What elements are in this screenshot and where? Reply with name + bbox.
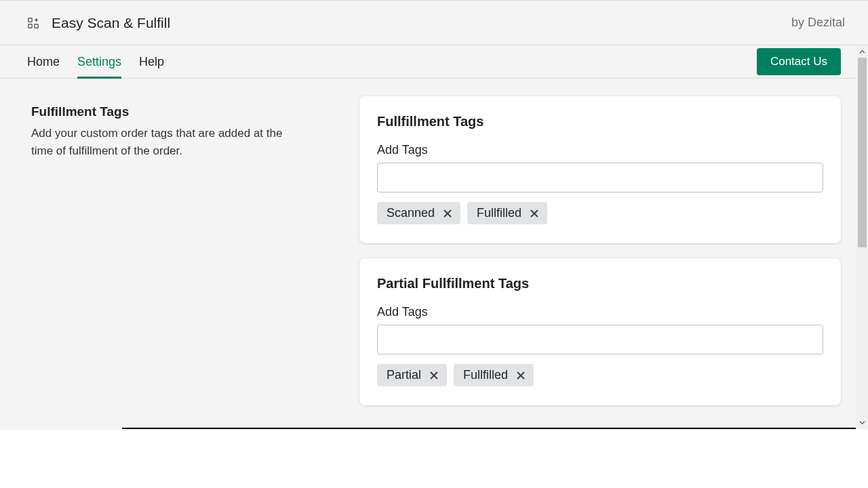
partial-fulfillment-tags-card: Partial Fullfillment Tags Add Tags Parti… [359,258,841,405]
card-title: Partial Fullfillment Tags [377,276,823,291]
section-title: Fulfillment Tags [31,104,332,119]
svg-rect-0 [28,18,32,21]
fulfillment-tags-card: Fullfillment Tags Add Tags Scanned Fullf… [359,96,841,243]
tab-help[interactable]: Help [139,45,164,78]
add-tags-input[interactable] [377,325,823,354]
remove-tag-icon[interactable] [441,207,454,220]
app-grid-icon [27,17,39,29]
tag-label: Fullfilled [463,368,508,382]
add-tags-label: Add Tags [377,305,823,319]
tag-label: Partial [387,368,421,382]
add-tags-input[interactable] [377,163,823,192]
divider [122,428,856,429]
tag-chip: Scanned [377,202,460,224]
section-description: Add your custom order tags that are adde… [31,125,302,159]
svg-rect-2 [35,24,38,27]
contact-us-button[interactable]: Contact Us [757,48,841,75]
topbar: Easy Scan & Fulfill by Dezital [0,1,868,45]
app-byline: by Dezital [791,16,845,30]
content: Fulfillment Tags Add your custom order t… [0,79,868,428]
remove-tag-icon[interactable] [428,369,440,382]
remove-tag-icon[interactable] [528,207,540,220]
app-title: Easy Scan & Fulfill [52,15,170,31]
blank-area [0,430,868,488]
tag-chip: Fullfilled [467,202,547,224]
scroll-down-icon[interactable] [856,417,868,428]
remove-tag-icon[interactable] [515,369,527,382]
add-tags-label: Add Tags [377,143,823,157]
scroll-thumb[interactable] [858,58,867,247]
svg-rect-1 [28,24,32,27]
navbar: Home Settings Help Contact Us [0,45,868,79]
tab-settings[interactable]: Settings [77,45,121,78]
tag-chip: Fullfilled [454,364,534,386]
tab-home[interactable]: Home [27,45,60,78]
scrollbar[interactable] [856,46,868,428]
tag-label: Fullfilled [477,206,521,220]
tag-label: Scanned [387,206,435,220]
scroll-up-icon[interactable] [856,46,868,58]
tag-chip: Partial [377,364,447,386]
card-title: Fullfillment Tags [377,114,823,129]
